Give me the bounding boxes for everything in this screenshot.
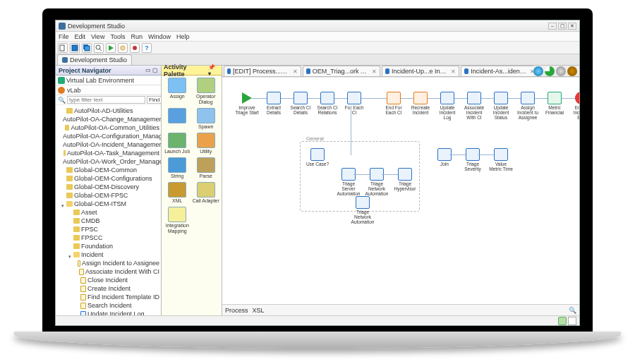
close-tab-icon[interactable]: ✕ xyxy=(451,68,456,75)
tree-item[interactable]: AutoPilot-OA-Task_Management xyxy=(60,149,159,157)
toolbar-new-icon[interactable] xyxy=(58,43,68,53)
perspective-tab[interactable]: Development Studio xyxy=(57,54,132,65)
expand-icon[interactable] xyxy=(60,126,64,131)
workflow-node[interactable]: Recreate Incident xyxy=(410,92,431,115)
expand-icon[interactable] xyxy=(67,227,72,232)
palette-item[interactable] xyxy=(164,108,191,130)
menu-window[interactable]: Window xyxy=(148,33,171,40)
workflow-node[interactable]: Improve Triage Start xyxy=(236,92,258,115)
tree-item[interactable]: ▾Incident xyxy=(67,250,159,259)
palette-item[interactable]: Utility xyxy=(193,133,220,154)
expand-icon[interactable]: ▾ xyxy=(67,253,72,257)
tree-item[interactable]: Foundation xyxy=(67,242,159,250)
filter-button[interactable]: Find xyxy=(147,96,162,104)
tree-item[interactable]: Global-OEM-Configurations xyxy=(60,174,159,183)
menu-tools[interactable]: Tools xyxy=(110,33,125,40)
workflow-node[interactable]: Assign Incident to Assignee xyxy=(517,92,538,120)
expand-icon[interactable] xyxy=(60,151,62,156)
workflow-node[interactable]: Search CI Details xyxy=(290,92,311,115)
close-tab-icon[interactable]: ✕ xyxy=(372,68,377,75)
expand-icon[interactable] xyxy=(67,210,72,215)
palette-item[interactable]: Call Adapter xyxy=(193,182,220,204)
palette-item[interactable]: XML xyxy=(164,182,191,204)
toolbar-saveall-icon[interactable] xyxy=(82,43,92,53)
tree-item[interactable]: Find Incident Template ID xyxy=(74,293,159,301)
editor-tab[interactable]: OEM_Triag...ork Automation✕ xyxy=(303,66,380,76)
expand-icon[interactable]: ▾ xyxy=(60,202,65,207)
toolbar-run-icon[interactable] xyxy=(106,43,116,53)
tree-item[interactable]: AutoPilot-AD-Utilities xyxy=(60,107,159,115)
toolbar-debug-icon[interactable] xyxy=(130,43,140,53)
workflow-node[interactable]: Metric Financial xyxy=(544,92,565,115)
menu-run[interactable]: Run xyxy=(131,33,143,40)
status-globe-icon[interactable] xyxy=(533,66,543,76)
toolbar-help-icon[interactable]: ? xyxy=(142,43,152,53)
expand-icon[interactable] xyxy=(74,303,79,308)
tree-item[interactable]: Update Incident Log xyxy=(74,310,159,315)
tree-item[interactable]: Assign Incident to Assignee xyxy=(74,259,159,267)
palette-item[interactable]: Spawn xyxy=(193,108,220,130)
menu-file[interactable]: File xyxy=(59,33,69,40)
expand-icon[interactable] xyxy=(74,278,79,283)
workflow-node[interactable]: Extract Details xyxy=(263,92,284,115)
expand-icon[interactable] xyxy=(60,109,65,114)
tree-item[interactable]: Global-OEM-Discovery xyxy=(60,183,159,191)
menu-edit[interactable]: Edit xyxy=(75,33,86,40)
tree-item[interactable]: Close Incident xyxy=(74,276,159,284)
tree-item[interactable]: Global-OEM-Common xyxy=(60,166,159,174)
tree-item[interactable]: Associate Incident With CI xyxy=(74,267,159,276)
maximize-button[interactable]: ▢ xyxy=(558,23,567,30)
status-db-icon[interactable] xyxy=(567,66,577,76)
palette-pin-icon[interactable]: 📌 ▾ xyxy=(208,64,219,77)
tree-item[interactable]: AutoPilot-OA-Change_Management xyxy=(60,115,159,123)
project-tree[interactable]: AutoPilot-AD-UtilitiesAutoPilot-OA-Chang… xyxy=(56,105,161,315)
workflow-node[interactable]: Triage Severity xyxy=(462,148,483,171)
tree-item[interactable]: AutoPilot-OA-Work_Order_Management xyxy=(60,157,159,166)
tree-item[interactable]: ▾Global-OEM-ITSM xyxy=(60,200,159,208)
palette-item[interactable]: Integration Mapping xyxy=(164,207,191,234)
workflow-node[interactable]: Triage Network Automation xyxy=(352,196,373,224)
tree-item[interactable]: Create Incident xyxy=(74,284,159,293)
menu-help[interactable]: Help xyxy=(176,33,190,40)
tree-item[interactable]: CMDB xyxy=(67,217,159,225)
close-button[interactable]: ✕ xyxy=(568,23,576,30)
workflow-node[interactable]: Triage Hypervisor xyxy=(394,168,416,191)
expand-icon[interactable] xyxy=(67,244,72,249)
expand-icon[interactable] xyxy=(74,269,78,274)
workflow-node[interactable]: Search CI Relations xyxy=(317,92,338,115)
filter-input[interactable] xyxy=(67,96,145,104)
expand-icon[interactable] xyxy=(60,176,65,181)
tree-item[interactable]: Search Incident xyxy=(74,301,159,310)
workflow-canvas[interactable]: Improve Triage StartExtract DetailsSearc… xyxy=(222,77,579,304)
workflow-node[interactable]: Triage Network Automation xyxy=(366,168,387,196)
workflow-node[interactable]: Enrich Incident End xyxy=(571,92,579,120)
expand-icon[interactable] xyxy=(67,219,72,224)
tree-item[interactable]: Global-OEM-FPSC xyxy=(60,191,159,200)
workflow-node[interactable]: Update Incident Log xyxy=(437,92,458,120)
expand-icon[interactable] xyxy=(60,185,65,190)
status-gear-icon[interactable] xyxy=(556,66,566,76)
workflow-node[interactable]: Value Metric Time xyxy=(490,148,512,171)
panel-controls-icon[interactable]: ▭ ▢ xyxy=(145,67,158,73)
tree-item[interactable]: AutoPilot-OA-Common_Utilities xyxy=(60,123,159,132)
editor-tab[interactable]: Incident-As...ident With CI✕ xyxy=(461,66,533,76)
toolbar-save-icon[interactable] xyxy=(70,43,80,53)
workflow-node[interactable]: Update Incident Status xyxy=(490,92,512,120)
palette-item[interactable]: Assign xyxy=(164,78,191,105)
tree-item[interactable]: AutoPilot-OA-Incident_Management xyxy=(60,140,159,149)
expand-icon[interactable] xyxy=(74,286,79,291)
workflow-node[interactable]: Use Case? xyxy=(307,148,328,166)
expand-icon[interactable] xyxy=(67,236,72,241)
palette-item[interactable]: Operator Dialog xyxy=(193,78,220,105)
palette-item[interactable]: Launch Job xyxy=(164,133,191,154)
tree-item[interactable]: FPSCC xyxy=(67,233,159,242)
tree-item[interactable]: Asset xyxy=(67,208,159,217)
workflow-node[interactable]: Triage Server Automation xyxy=(338,168,359,196)
workflow-node[interactable]: End For Each CI xyxy=(383,92,404,115)
zoom-icon[interactable]: 🔍 xyxy=(569,307,576,314)
editor-bottom-tab-xml[interactable]: XSL xyxy=(253,307,265,314)
editor-tab[interactable]: [EDIT] Process...Structure Event✕ xyxy=(224,66,301,76)
status-refresh-icon[interactable] xyxy=(545,66,555,76)
minimize-button[interactable]: – xyxy=(548,23,557,30)
menu-view[interactable]: View xyxy=(91,33,104,40)
